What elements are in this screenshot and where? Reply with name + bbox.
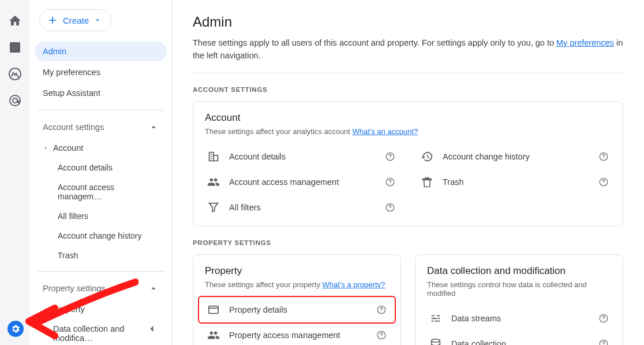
svg-point-13 (432, 339, 440, 342)
chevron-up-icon (148, 283, 159, 294)
create-button[interactable]: Create (39, 9, 111, 31)
card-title: Data collection and modification (427, 265, 611, 277)
sidebar-item-account[interactable]: Account (35, 138, 167, 158)
card-icon (207, 303, 220, 316)
trash-icon (421, 176, 433, 188)
help-icon[interactable] (598, 151, 609, 162)
sidebar: Create Admin My preferences Setup Assist… (30, 0, 172, 345)
sidebar-item-all-filters[interactable]: All filters (35, 206, 167, 226)
svg-rect-8 (209, 306, 219, 313)
help-icon[interactable] (376, 305, 387, 315)
account-card: Account These settings affect your analy… (193, 101, 623, 227)
help-icon[interactable] (385, 202, 395, 213)
home-icon[interactable] (8, 14, 22, 28)
sidebar-item-my-preferences[interactable]: My preferences (35, 62, 167, 82)
divider (37, 110, 164, 110)
account-history-link[interactable]: Account change history (418, 144, 611, 169)
group-icon (207, 176, 220, 188)
divider (37, 271, 164, 272)
help-icon[interactable] (598, 339, 609, 346)
card-title: Account (205, 112, 611, 124)
help-icon[interactable] (376, 330, 387, 340)
streams-icon (429, 312, 442, 325)
property-card: Property These settings affect your prop… (193, 254, 401, 346)
card-title: Property (205, 265, 389, 277)
admin-gear-icon[interactable] (8, 321, 24, 337)
all-filters-link[interactable]: All filters (205, 195, 398, 220)
sidebar-item-property[interactable]: Property (35, 299, 167, 319)
history-icon (421, 150, 433, 163)
help-icon[interactable] (598, 177, 609, 187)
whats-property-link[interactable]: What's a property? (323, 280, 385, 289)
data-collection-link[interactable]: Data collection (427, 331, 611, 346)
property-details-link[interactable]: Property details (198, 296, 396, 324)
data-collection-card: Data collection and modification These s… (415, 254, 623, 346)
trash-link[interactable]: Trash (418, 169, 611, 195)
data-streams-link[interactable]: Data streams (427, 306, 611, 331)
intro-text: These settings apply to all users of thi… (193, 37, 623, 73)
card-desc: These settings affect your analytics acc… (205, 127, 611, 136)
account-details-link[interactable]: Account details (205, 144, 398, 169)
domain-icon (207, 150, 220, 163)
my-preferences-link[interactable]: My preferences (556, 38, 614, 47)
chevron-up-icon (148, 122, 159, 132)
sidebar-item-setup-assistant[interactable]: Setup Assistant (35, 83, 167, 103)
group-icon (207, 329, 220, 342)
filter-icon (207, 201, 220, 214)
svg-point-1 (13, 98, 17, 103)
sidebar-item-account-details[interactable]: Account details (35, 158, 167, 177)
collapse-sidebar-button[interactable] (144, 321, 160, 337)
sidebar-item-history[interactable]: Account change history (35, 226, 167, 246)
property-access-link[interactable]: Property access management (205, 322, 389, 346)
property-settings-label: PROPERTY SETTINGS (193, 239, 623, 246)
sidebar-item-trash[interactable]: Trash (35, 246, 167, 265)
sidebar-item-admin[interactable]: Admin (35, 42, 167, 61)
dropdown-icon (93, 16, 102, 24)
plus-icon (47, 14, 58, 26)
sidebar-item-account-access[interactable]: Account access managem… (35, 177, 167, 206)
account-settings-label: ACCOUNT SETTINGS (193, 86, 623, 93)
reports-icon[interactable] (8, 40, 22, 54)
page-title: Admin (193, 14, 623, 30)
database-icon (429, 337, 442, 346)
card-desc: These settings affect your property What… (205, 280, 389, 289)
icon-rail (0, 0, 30, 345)
help-icon[interactable] (385, 177, 395, 187)
triangle-right-icon (43, 331, 48, 336)
whats-account-link[interactable]: What's an account? (353, 127, 418, 136)
svg-point-14 (600, 340, 608, 345)
help-icon[interactable] (385, 151, 395, 162)
card-desc: These settings control how data is colle… (427, 280, 611, 298)
svg-point-2 (17, 101, 20, 103)
account-access-link[interactable]: Account access management (205, 169, 398, 195)
section-property-settings[interactable]: Property settings (35, 277, 167, 299)
main-content: Admin These settings apply to all users … (172, 0, 644, 345)
triangle-right-icon (43, 306, 48, 312)
create-label: Create (63, 16, 89, 25)
help-icon[interactable] (598, 313, 609, 324)
advertising-icon[interactable] (8, 94, 22, 107)
explore-icon[interactable] (8, 67, 22, 81)
section-account-settings[interactable]: Account settings (35, 116, 167, 138)
triangle-down-icon (43, 145, 48, 151)
